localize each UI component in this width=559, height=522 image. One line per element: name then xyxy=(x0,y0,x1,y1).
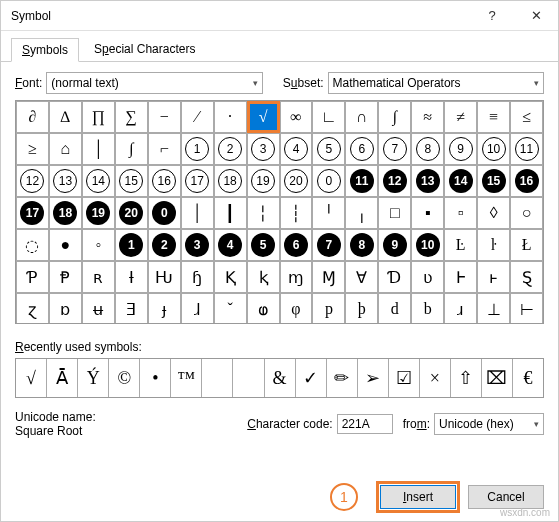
recent-symbol[interactable]: ✓ xyxy=(296,359,327,397)
symbol-cell[interactable]: 20 xyxy=(280,165,313,197)
symbol-cell[interactable]: 3 xyxy=(247,133,280,165)
symbol-cell[interactable]: 17 xyxy=(16,197,49,229)
symbol-cell[interactable]: Ᵽ xyxy=(49,261,82,293)
symbol-cell[interactable]: 6 xyxy=(280,229,313,261)
cancel-button[interactable]: Cancel xyxy=(468,485,544,509)
symbol-cell[interactable]: ɒ xyxy=(49,293,82,324)
symbol-cell[interactable]: ∑ xyxy=(115,101,148,133)
symbol-cell[interactable]: 5 xyxy=(247,229,280,261)
symbol-cell[interactable]: ʋ xyxy=(411,261,444,293)
recent-symbol[interactable]: ➢ xyxy=(358,359,389,397)
symbol-cell[interactable]: 18 xyxy=(49,197,82,229)
recent-symbol[interactable] xyxy=(233,359,264,397)
symbol-cell[interactable]: Ɱ xyxy=(312,261,345,293)
symbol-cell[interactable]: ┆ xyxy=(280,197,313,229)
symbol-cell[interactable]: 10 xyxy=(477,133,510,165)
symbol-cell[interactable]: 0 xyxy=(312,165,345,197)
symbol-cell[interactable]: Ⱶ xyxy=(444,261,477,293)
symbol-cell[interactable]: │ xyxy=(82,133,115,165)
symbol-cell[interactable]: 12 xyxy=(378,165,411,197)
symbol-cell[interactable]: Ƕ xyxy=(148,261,181,293)
symbol-cell[interactable]: ∫ xyxy=(115,133,148,165)
symbol-cell[interactable]: 13 xyxy=(411,165,444,197)
symbol-cell[interactable]: □ xyxy=(378,197,411,229)
recent-symbol[interactable]: ™ xyxy=(171,359,202,397)
symbol-cell[interactable]: ʀ xyxy=(82,261,115,293)
symbol-cell[interactable]: 16 xyxy=(148,165,181,197)
symbol-cell[interactable]: 11 xyxy=(510,133,543,165)
symbol-cell[interactable]: ɱ xyxy=(280,261,313,293)
symbol-cell[interactable]: 19 xyxy=(82,197,115,229)
recent-symbol[interactable]: € xyxy=(513,359,543,397)
symbol-cell[interactable]: 12 xyxy=(16,165,49,197)
symbol-cell[interactable]: ⊥ xyxy=(477,293,510,324)
symbol-cell[interactable]: 7 xyxy=(378,133,411,165)
recent-symbol[interactable]: • xyxy=(140,359,171,397)
close-button[interactable]: ✕ xyxy=(514,1,558,31)
recent-symbol[interactable]: & xyxy=(265,359,296,397)
symbol-cell[interactable]: ⌂ xyxy=(49,133,82,165)
symbol-cell[interactable]: ∏ xyxy=(82,101,115,133)
symbol-cell[interactable]: þ xyxy=(345,293,378,324)
symbol-cell[interactable]: − xyxy=(148,101,181,133)
symbol-cell[interactable]: ⱪ xyxy=(247,261,280,293)
symbol-cell[interactable]: 6 xyxy=(345,133,378,165)
recent-symbol[interactable]: Ý xyxy=(78,359,109,397)
recent-symbol[interactable]: ☑ xyxy=(389,359,420,397)
symbol-cell[interactable]: ≈ xyxy=(411,101,444,133)
symbol-cell[interactable]: ⌐ xyxy=(148,133,181,165)
symbol-cell[interactable]: ◊ xyxy=(477,197,510,229)
charcode-input[interactable] xyxy=(337,414,393,434)
symbol-cell[interactable]: ● xyxy=(49,229,82,261)
recent-symbol[interactable]: √ xyxy=(16,359,47,397)
recent-symbol[interactable]: ✏ xyxy=(327,359,358,397)
symbol-cell[interactable]: d xyxy=(378,293,411,324)
symbol-cell[interactable]: ≡ xyxy=(477,101,510,133)
symbol-cell[interactable]: 11 xyxy=(345,165,378,197)
tab-special-characters[interactable]: Special Characters xyxy=(83,37,206,61)
recent-symbol[interactable]: © xyxy=(109,359,140,397)
symbol-cell[interactable]: ∫ xyxy=(378,101,411,133)
symbol-cell[interactable]: ∂ xyxy=(16,101,49,133)
symbol-cell[interactable]: ∕ xyxy=(181,101,214,133)
insert-button[interactable]: Insert xyxy=(380,485,456,509)
symbol-cell[interactable]: φ xyxy=(280,293,313,324)
symbol-cell[interactable]: ∞ xyxy=(280,101,313,133)
symbol-cell[interactable]: ≤ xyxy=(510,101,543,133)
symbol-cell[interactable]: ╎ xyxy=(247,197,280,229)
symbol-cell[interactable]: ◦ xyxy=(82,229,115,261)
symbol-cell[interactable]: Ƥ xyxy=(16,261,49,293)
symbol-cell[interactable]: 3 xyxy=(181,229,214,261)
symbol-cell[interactable]: ○ xyxy=(510,197,543,229)
symbol-cell[interactable]: ⱶ xyxy=(477,261,510,293)
symbol-cell[interactable]: 18 xyxy=(214,165,247,197)
symbol-cell[interactable]: ∙ xyxy=(214,101,247,133)
symbol-cell[interactable]: 2 xyxy=(214,133,247,165)
symbol-cell[interactable]: ≥ xyxy=(16,133,49,165)
symbol-cell[interactable]: Ǝ xyxy=(115,293,148,324)
symbol-cell[interactable]: 5 xyxy=(312,133,345,165)
symbol-cell[interactable]: 8 xyxy=(345,229,378,261)
tab-symbols[interactable]: Symbols xyxy=(11,38,79,62)
symbol-cell[interactable]: ╵ xyxy=(312,197,345,229)
symbol-cell[interactable]: ɟ xyxy=(148,293,181,324)
symbol-cell[interactable]: ╷ xyxy=(345,197,378,229)
symbol-cell[interactable]: ▫ xyxy=(444,197,477,229)
symbol-cell[interactable]: 19 xyxy=(247,165,280,197)
symbol-cell[interactable]: 8 xyxy=(411,133,444,165)
symbol-cell[interactable]: 15 xyxy=(477,165,510,197)
symbol-cell[interactable]: ɀ xyxy=(16,293,49,324)
symbol-cell[interactable]: 17 xyxy=(181,165,214,197)
symbol-cell[interactable]: ∩ xyxy=(345,101,378,133)
symbol-cell[interactable]: 10 xyxy=(411,229,444,261)
symbol-cell[interactable]: ≠ xyxy=(444,101,477,133)
symbol-cell[interactable]: ∀ xyxy=(345,261,378,293)
symbol-cell[interactable]: 7 xyxy=(312,229,345,261)
symbol-cell[interactable]: Ⱪ xyxy=(214,261,247,293)
symbol-cell[interactable]: Ȿ xyxy=(510,261,543,293)
symbol-cell[interactable]: √ xyxy=(247,101,280,133)
symbol-cell[interactable]: 15 xyxy=(115,165,148,197)
recent-symbol[interactable] xyxy=(202,359,233,397)
symbol-cell[interactable]: ▪ xyxy=(411,197,444,229)
font-select[interactable]: (normal text) ▾ xyxy=(46,72,262,94)
